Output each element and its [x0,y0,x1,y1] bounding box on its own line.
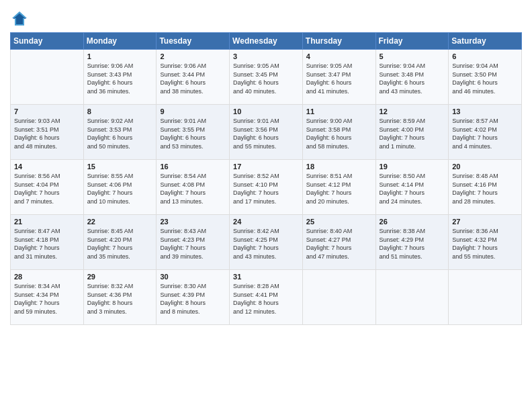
calendar-cell: 22Sunrise: 8:45 AM Sunset: 4:20 PM Dayli… [83,215,157,270]
calendar-cell: 8Sunrise: 9:02 AM Sunset: 3:53 PM Daylig… [83,105,157,160]
day-number: 30 [160,273,226,281]
day-info: Sunrise: 9:01 AM Sunset: 3:55 PM Dayligh… [160,117,226,150]
day-info: Sunrise: 9:05 AM Sunset: 3:45 PM Dayligh… [233,62,299,95]
calendar-header-row: SundayMondayTuesdayWednesdayThursdayFrid… [11,33,522,50]
col-header-saturday: Saturday [449,33,522,50]
day-number: 19 [380,163,445,171]
day-info: Sunrise: 8:34 AM Sunset: 4:34 PM Dayligh… [14,282,80,316]
day-number: 16 [160,163,226,171]
day-number: 2 [160,52,226,60]
calendar-table: SundayMondayTuesdayWednesdayThursdayFrid… [10,32,522,325]
day-info: Sunrise: 9:04 AM Sunset: 3:48 PM Dayligh… [380,62,445,95]
calendar-cell: 24Sunrise: 8:42 AM Sunset: 4:25 PM Dayli… [230,215,303,270]
calendar-cell: 1Sunrise: 9:06 AM Sunset: 3:43 PM Daylig… [83,50,157,105]
calendar-week-1: 1Sunrise: 9:06 AM Sunset: 3:43 PM Daylig… [11,50,522,105]
logo-icon [10,9,29,28]
calendar-cell: 12Sunrise: 8:59 AM Sunset: 4:00 PM Dayli… [375,105,449,160]
day-info: Sunrise: 8:55 AM Sunset: 4:06 PM Dayligh… [87,172,153,205]
calendar-cell: 18Sunrise: 8:51 AM Sunset: 4:12 PM Dayli… [302,160,375,215]
calendar-cell: 15Sunrise: 8:55 AM Sunset: 4:06 PM Dayli… [83,160,157,215]
day-info: Sunrise: 8:28 AM Sunset: 4:41 PM Dayligh… [233,282,299,316]
day-info: Sunrise: 8:43 AM Sunset: 4:23 PM Dayligh… [160,227,226,261]
col-header-wednesday: Wednesday [230,33,303,50]
calendar-cell: 14Sunrise: 8:56 AM Sunset: 4:04 PM Dayli… [11,160,84,215]
calendar-cell: 10Sunrise: 9:01 AM Sunset: 3:56 PM Dayli… [230,105,303,160]
day-number: 1 [87,52,153,60]
calendar-cell: 25Sunrise: 8:40 AM Sunset: 4:27 PM Dayli… [302,215,375,270]
day-number: 5 [380,52,445,60]
day-info: Sunrise: 8:57 AM Sunset: 4:02 PM Dayligh… [452,117,518,150]
day-number: 29 [87,273,153,281]
calendar-cell: 28Sunrise: 8:34 AM Sunset: 4:34 PM Dayli… [11,270,84,325]
day-info: Sunrise: 8:50 AM Sunset: 4:14 PM Dayligh… [380,172,445,205]
day-info: Sunrise: 9:02 AM Sunset: 3:53 PM Dayligh… [87,117,153,150]
col-header-tuesday: Tuesday [157,33,230,50]
calendar-cell: 30Sunrise: 8:30 AM Sunset: 4:39 PM Dayli… [157,270,230,325]
calendar-cell: 9Sunrise: 9:01 AM Sunset: 3:55 PM Daylig… [157,105,230,160]
calendar-cell: 26Sunrise: 8:38 AM Sunset: 4:29 PM Dayli… [375,215,449,270]
day-info: Sunrise: 8:32 AM Sunset: 4:36 PM Dayligh… [87,282,153,316]
day-number: 15 [87,163,153,171]
calendar-cell: 21Sunrise: 8:47 AM Sunset: 4:18 PM Dayli… [11,215,84,270]
day-info: Sunrise: 8:30 AM Sunset: 4:39 PM Dayligh… [160,282,226,316]
calendar-cell: 19Sunrise: 8:50 AM Sunset: 4:14 PM Dayli… [375,160,449,215]
day-number: 17 [233,163,299,171]
day-number: 10 [233,107,299,116]
calendar-cell [11,50,84,105]
day-info: Sunrise: 8:36 AM Sunset: 4:32 PM Dayligh… [452,227,518,261]
calendar-container: SundayMondayTuesdayWednesdayThursdayFrid… [0,0,532,332]
calendar-cell: 13Sunrise: 8:57 AM Sunset: 4:02 PM Dayli… [449,105,522,160]
day-info: Sunrise: 9:05 AM Sunset: 3:47 PM Dayligh… [306,62,372,95]
calendar-week-4: 21Sunrise: 8:47 AM Sunset: 4:18 PM Dayli… [11,215,522,270]
day-info: Sunrise: 8:59 AM Sunset: 4:00 PM Dayligh… [380,117,445,150]
header [10,7,522,28]
day-number: 11 [306,107,372,116]
day-info: Sunrise: 9:06 AM Sunset: 3:44 PM Dayligh… [160,62,226,95]
day-info: Sunrise: 8:48 AM Sunset: 4:16 PM Dayligh… [452,172,518,205]
day-number: 26 [380,218,445,226]
day-info: Sunrise: 8:54 AM Sunset: 4:08 PM Dayligh… [160,172,226,205]
calendar-week-5: 28Sunrise: 8:34 AM Sunset: 4:34 PM Dayli… [11,270,522,325]
calendar-cell: 16Sunrise: 8:54 AM Sunset: 4:08 PM Dayli… [157,160,230,215]
calendar-cell: 5Sunrise: 9:04 AM Sunset: 3:48 PM Daylig… [375,50,449,105]
day-number: 27 [452,218,518,226]
calendar-cell [375,270,449,325]
day-number: 23 [160,218,226,226]
day-info: Sunrise: 8:42 AM Sunset: 4:25 PM Dayligh… [233,227,299,261]
calendar-cell: 6Sunrise: 9:04 AM Sunset: 3:50 PM Daylig… [449,50,522,105]
day-info: Sunrise: 9:03 AM Sunset: 3:51 PM Dayligh… [14,117,80,150]
calendar-cell: 29Sunrise: 8:32 AM Sunset: 4:36 PM Dayli… [83,270,157,325]
calendar-week-2: 7Sunrise: 9:03 AM Sunset: 3:51 PM Daylig… [11,105,522,160]
day-info: Sunrise: 9:01 AM Sunset: 3:56 PM Dayligh… [233,117,299,150]
day-number: 25 [306,218,372,226]
day-info: Sunrise: 9:00 AM Sunset: 3:58 PM Dayligh… [306,117,372,150]
day-info: Sunrise: 8:47 AM Sunset: 4:18 PM Dayligh… [14,227,80,261]
day-number: 28 [14,273,80,281]
calendar-cell: 11Sunrise: 9:00 AM Sunset: 3:58 PM Dayli… [302,105,375,160]
day-number: 7 [14,107,80,116]
calendar-cell: 31Sunrise: 8:28 AM Sunset: 4:41 PM Dayli… [230,270,303,325]
day-info: Sunrise: 8:52 AM Sunset: 4:10 PM Dayligh… [233,172,299,205]
day-number: 18 [306,163,372,171]
col-header-friday: Friday [375,33,449,50]
day-number: 20 [452,163,518,171]
day-info: Sunrise: 8:56 AM Sunset: 4:04 PM Dayligh… [14,172,80,205]
col-header-thursday: Thursday [302,33,375,50]
day-number: 22 [87,218,153,226]
logo [10,9,32,28]
calendar-cell [302,270,375,325]
calendar-cell: 27Sunrise: 8:36 AM Sunset: 4:32 PM Dayli… [449,215,522,270]
calendar-cell: 20Sunrise: 8:48 AM Sunset: 4:16 PM Dayli… [449,160,522,215]
calendar-cell: 3Sunrise: 9:05 AM Sunset: 3:45 PM Daylig… [230,50,303,105]
calendar-week-3: 14Sunrise: 8:56 AM Sunset: 4:04 PM Dayli… [11,160,522,215]
day-info: Sunrise: 8:38 AM Sunset: 4:29 PM Dayligh… [380,227,445,261]
day-number: 14 [14,163,80,171]
day-number: 8 [87,107,153,116]
calendar-cell: 17Sunrise: 8:52 AM Sunset: 4:10 PM Dayli… [230,160,303,215]
calendar-cell: 7Sunrise: 9:03 AM Sunset: 3:51 PM Daylig… [11,105,84,160]
calendar-cell: 2Sunrise: 9:06 AM Sunset: 3:44 PM Daylig… [157,50,230,105]
day-number: 4 [306,52,372,60]
day-info: Sunrise: 9:06 AM Sunset: 3:43 PM Dayligh… [87,62,153,95]
day-info: Sunrise: 8:40 AM Sunset: 4:27 PM Dayligh… [306,227,372,261]
day-number: 12 [380,107,445,116]
